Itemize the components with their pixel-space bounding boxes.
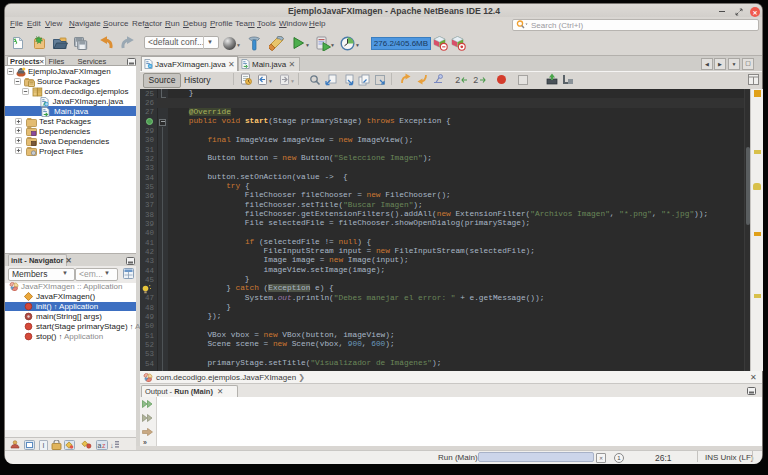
svg-text:z: z (102, 441, 106, 448)
svg-text:2: 2 (473, 76, 478, 86)
svg-text:2: 2 (455, 76, 460, 86)
svg-text:a: a (98, 441, 102, 448)
svg-text:↓: ↓ (110, 441, 114, 450)
